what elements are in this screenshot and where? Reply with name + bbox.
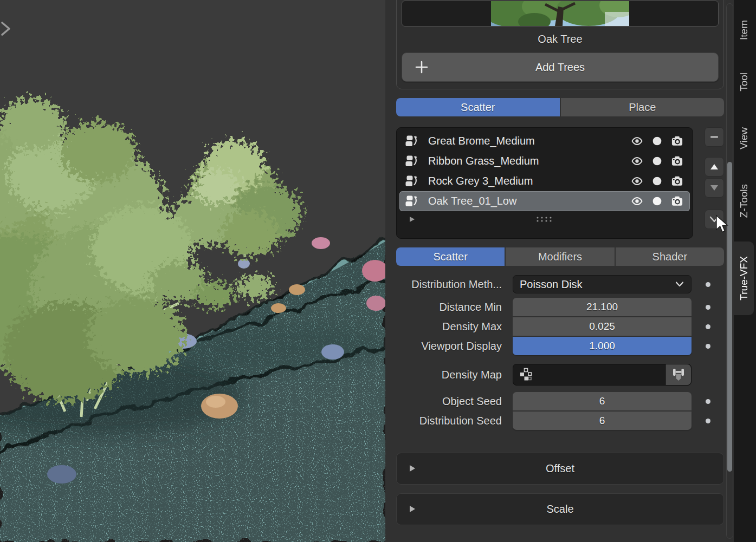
panel-scrollbar-handle[interactable] xyxy=(727,162,732,472)
move-item-down-button[interactable] xyxy=(705,178,724,198)
property-row-density-max: Density Max 0.025 xyxy=(396,317,724,336)
distribution-method-dropdown[interactable]: Poisson Disk xyxy=(513,275,692,293)
section-tabs: Scatter Modifiers Shader xyxy=(396,247,724,266)
tab-tool[interactable]: Tool xyxy=(734,65,754,99)
scale-panel-label: Scale xyxy=(546,503,573,515)
object-instance-icon xyxy=(405,154,419,168)
new-texture-icon xyxy=(671,367,686,382)
property-label: Viewport Display xyxy=(396,340,513,352)
selectable-dot-icon[interactable] xyxy=(651,175,663,187)
animate-property-dot[interactable] xyxy=(706,344,710,349)
list-item-name: Great Brome_Medium xyxy=(428,135,631,147)
list-item[interactable]: Rock Grey 3_Medium xyxy=(399,171,690,191)
panel-scrollbar-track[interactable] xyxy=(726,3,733,539)
property-label: Object Seed xyxy=(396,395,513,408)
sidebar-tab-strip: Item Tool View Z-Tools True-VFX xyxy=(734,0,756,542)
object-seed-field[interactable]: 6 xyxy=(513,392,692,410)
tab-scatter-mode[interactable]: Scatter xyxy=(396,98,560,116)
sidebar-expand-toggle[interactable] xyxy=(0,19,14,38)
object-instance-icon xyxy=(405,194,419,208)
property-label: Density Max xyxy=(396,321,513,333)
scatter-properties: Distribution Meth... Poisson Disk Distan… xyxy=(396,275,724,430)
animate-property-dot[interactable] xyxy=(706,324,710,329)
property-row-distribution-method: Distribution Meth... Poisson Disk xyxy=(396,275,724,293)
viewport-3d-scene xyxy=(0,0,385,542)
list-item-name: Rock Grey 3_Medium xyxy=(428,175,631,187)
texture-checker-icon xyxy=(519,368,533,382)
offset-panel-header[interactable]: Offset xyxy=(396,453,724,485)
scale-panel-header[interactable]: Scale xyxy=(396,493,724,525)
selectable-dot-icon[interactable] xyxy=(651,155,663,167)
tab-place-mode[interactable]: Place xyxy=(561,98,725,116)
property-row-distance-min: Distance Min 21.100 xyxy=(396,298,724,316)
triangle-up-icon xyxy=(709,163,719,171)
distribution-seed-field[interactable]: 6 xyxy=(513,412,692,430)
tab-shader-section[interactable]: Shader xyxy=(616,247,724,266)
blender-window: { "colors": { "accent_blue": "#4f74bd", … xyxy=(0,0,756,542)
resize-grip-icon[interactable] xyxy=(535,216,554,223)
animate-property-dot[interactable] xyxy=(706,282,710,287)
minus-icon xyxy=(709,132,719,142)
offset-panel-label: Offset xyxy=(546,462,574,475)
density-map-texture-selector[interactable] xyxy=(513,364,692,386)
object-instance-icon xyxy=(405,174,419,188)
tab-scatter-section[interactable]: Scatter xyxy=(396,247,505,266)
tab-view[interactable]: View xyxy=(734,118,754,158)
filter-expand-icon[interactable] xyxy=(408,216,416,223)
eye-visibility-icon[interactable] xyxy=(631,175,643,187)
list-item-selected[interactable]: Oak Tree_01_Low xyxy=(399,191,690,211)
camera-render-icon[interactable] xyxy=(671,195,683,207)
list-side-buttons xyxy=(705,127,724,239)
property-label: Distance Min xyxy=(396,301,513,314)
distance-min-field[interactable]: 21.100 xyxy=(513,298,692,316)
property-row-distribution-seed: Distribution Seed 6 xyxy=(396,412,724,430)
list-item[interactable]: Great Brome_Medium xyxy=(399,131,690,151)
eye-visibility-icon[interactable] xyxy=(631,135,643,147)
tab-z-tools[interactable]: Z-Tools xyxy=(734,174,754,227)
animate-property-dot[interactable] xyxy=(706,305,710,310)
collapsed-arrow-icon xyxy=(409,464,416,473)
list-item-controls xyxy=(631,175,683,187)
list-item[interactable]: Ribbon Grass_Medium xyxy=(399,151,690,171)
list-item-controls xyxy=(631,135,683,147)
tab-modifiers-section[interactable]: Modifiers xyxy=(506,247,614,266)
remove-item-button[interactable] xyxy=(705,127,724,147)
camera-render-icon[interactable] xyxy=(671,155,683,167)
list-extra-menu-button[interactable] xyxy=(705,210,724,229)
tree-preview-thumbnail[interactable] xyxy=(402,1,719,27)
viewport-3d[interactable] xyxy=(0,0,385,542)
animate-property-dot[interactable] xyxy=(706,399,710,404)
tab-item[interactable]: Item xyxy=(734,9,754,51)
dropdown-value: Poisson Disk xyxy=(520,278,583,291)
oak-tree-photo xyxy=(491,1,629,26)
eye-visibility-icon[interactable] xyxy=(631,155,643,167)
move-item-up-button[interactable] xyxy=(705,157,724,177)
list-item-name: Oak Tree_01_Low xyxy=(428,195,631,207)
tree-name-label: Oak Tree xyxy=(402,33,719,45)
selectable-dot-icon[interactable] xyxy=(651,195,663,207)
tree-preview-panel: Oak Tree Add Trees xyxy=(396,0,724,89)
list-item-name: Ribbon Grass_Medium xyxy=(428,155,631,167)
viewport-display-field[interactable]: 1.000 xyxy=(513,337,692,355)
chevron-down-icon xyxy=(709,216,720,223)
tab-true-vfx[interactable]: True-VFX xyxy=(734,241,754,315)
camera-render-icon[interactable] xyxy=(671,175,683,187)
scatter-item-list: Great Brome_Medium Ribbon Grass_Medium xyxy=(396,127,693,239)
density-max-field[interactable]: 0.025 xyxy=(513,317,692,336)
chevron-right-icon xyxy=(0,21,12,37)
animate-property-dot[interactable] xyxy=(706,419,710,423)
property-label: Distribution Seed xyxy=(396,415,513,427)
selectable-dot-icon[interactable] xyxy=(651,135,663,147)
new-texture-button[interactable] xyxy=(665,364,691,385)
property-row-viewport-display: Viewport Display 1.000 xyxy=(396,337,724,355)
eye-visibility-icon[interactable] xyxy=(631,195,643,207)
add-trees-button[interactable]: Add Trees xyxy=(402,53,719,82)
triangle-down-icon xyxy=(709,184,719,192)
list-footer xyxy=(399,212,690,226)
camera-render-icon[interactable] xyxy=(671,135,683,147)
plus-icon xyxy=(414,60,429,77)
chevron-down-icon xyxy=(675,281,684,288)
list-item-controls xyxy=(631,195,683,207)
scatter-list-wrap: Great Brome_Medium Ribbon Grass_Medium xyxy=(396,127,724,239)
mode-tabs: Scatter Place xyxy=(396,98,724,116)
